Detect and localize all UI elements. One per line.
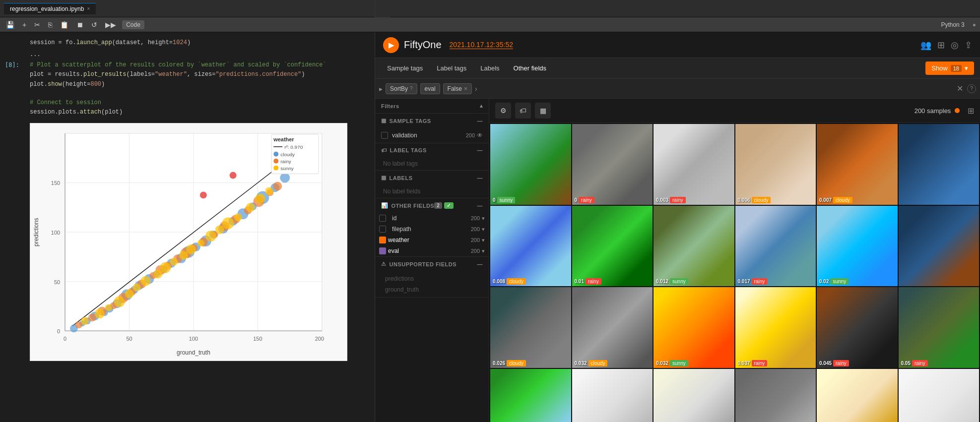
grid-item-6[interactable]: 0.008 cloudy: [490, 206, 571, 287]
nav-label-tags[interactable]: Label tags: [431, 61, 472, 75]
weather-checkbox[interactable]: [379, 237, 386, 243]
other-fields-section: 📊 OTHER FIELDS 2 ✓ — id 200 ▾: [375, 198, 489, 257]
github-icon[interactable]: ◎: [951, 40, 959, 51]
save-btn[interactable]: 💾: [4, 20, 16, 30]
unsupported-header[interactable]: ⚠ UNSUPPORTED FIELDS —: [375, 257, 489, 271]
labels-icon: ▦: [381, 175, 387, 181]
grid-item-3[interactable]: 0.006 cloudy: [735, 124, 816, 205]
eval-field-row[interactable]: eval 200 ▾: [375, 245, 489, 256]
mode-selector[interactable]: Code: [122, 20, 144, 29]
svg-text:weather: weather: [273, 136, 294, 142]
eval-filter[interactable]: eval: [420, 83, 440, 94]
grid-item-15[interactable]: 0.037 rainy: [735, 287, 816, 368]
validation-eye-icon[interactable]: 👁: [477, 132, 483, 139]
grid-item-5[interactable]: [899, 124, 980, 205]
filter-expand-icon[interactable]: ▸: [379, 85, 383, 93]
other-fields-header[interactable]: 📊 OTHER FIELDS 2 ✓ —: [375, 198, 489, 213]
grid-item-19[interactable]: 0.1 cloudy: [572, 369, 653, 422]
labels-section: ▦ LABELS — No label fields: [375, 171, 489, 198]
eval-label: eval: [425, 85, 436, 92]
validation-checkbox[interactable]: [381, 132, 388, 139]
validation-tag-row[interactable]: validation 200 👁: [379, 130, 485, 141]
eval-arrow[interactable]: ▾: [482, 248, 485, 254]
notebook-tab[interactable]: regression_evaluation.ipynb ×: [4, 3, 96, 14]
eval-checkbox[interactable]: [379, 247, 386, 254]
grid-item-14[interactable]: 0.032 sunny: [653, 287, 734, 368]
tag-tool-btn[interactable]: 🏷: [515, 103, 531, 119]
filters-header[interactable]: Filters ▴: [375, 99, 489, 113]
grid-item-2[interactable]: 0.003 rainy: [653, 124, 734, 205]
labels-header[interactable]: ▦ LABELS —: [375, 171, 489, 185]
grid-item-9[interactable]: 0.017 rainy: [735, 206, 816, 287]
copy-btn[interactable]: ⎘: [46, 20, 54, 30]
grid-item-11[interactable]: [899, 206, 980, 287]
grid-layout-icon[interactable]: ⊞: [968, 106, 974, 116]
filepath-checkbox[interactable]: [379, 226, 386, 233]
paste-btn[interactable]: 📋: [58, 20, 70, 30]
grid-item-20[interactable]: 0.107 cloudy: [653, 369, 734, 422]
grid-item-12[interactable]: 0.026 cloudy: [490, 287, 571, 368]
grid-item-1[interactable]: 0 rainy: [572, 124, 653, 205]
plugin-icon[interactable]: ⊞: [937, 40, 945, 51]
svg-point-87: [222, 217, 234, 229]
grid-item-17[interactable]: 0.05 rainy: [899, 287, 980, 368]
grid-item-21[interactable]: 0... su...: [735, 369, 816, 422]
grid-item-10[interactable]: 0.02 sunny: [817, 206, 898, 287]
grid-item-23[interactable]: 0.165: [899, 369, 980, 422]
filter-more-icon[interactable]: ›: [475, 85, 477, 93]
run-btn[interactable]: ▶▶: [103, 20, 118, 30]
restart-btn[interactable]: ↺: [89, 20, 99, 30]
weather-field-row[interactable]: weather 200 ▾: [375, 235, 489, 245]
filepath-arrow[interactable]: ▾: [482, 226, 485, 233]
grid-tool-btn[interactable]: ▦: [535, 103, 551, 119]
fiftyone-panel: ▶ FiftyOne 2021.10.17.12:35:52 👥 ⊞ ◎ ⇪ S…: [375, 32, 980, 422]
python-version: Python 3: [941, 21, 964, 28]
label-tags-section: 🏷 LABEL TAGS — No label tags: [375, 143, 489, 171]
label-tags-header[interactable]: 🏷 LABEL TAGS —: [375, 143, 489, 157]
nav-labels[interactable]: Labels: [474, 61, 505, 75]
tab-close-btn[interactable]: ×: [87, 6, 90, 11]
cut-btn[interactable]: ✂: [32, 20, 42, 30]
grid-item-16[interactable]: 0.045 rainy: [817, 287, 898, 368]
code-line1: plot = results.plot_results(labels="weat…: [30, 70, 370, 79]
grid-item-7[interactable]: 0.01 rainy: [572, 206, 653, 287]
svg-text:100: 100: [51, 230, 60, 236]
false-filter-close[interactable]: ×: [464, 85, 467, 92]
cell-8-prompt: [8]:: [5, 60, 30, 68]
fo-logo-icon: ▶: [383, 37, 399, 53]
grid-item-18[interactable]: 0.089 rainy: [490, 369, 571, 422]
vscode-toolbar: 💾 + ✂ ⎘ 📋 ⏹ ↺ ▶▶ Code Python 3 ●: [0, 17, 980, 32]
stop-btn[interactable]: ⏹: [74, 20, 85, 30]
id-field-name: id: [390, 215, 471, 222]
settings-tool-btn[interactable]: ⚙: [495, 103, 511, 119]
count-dot: [955, 108, 960, 113]
id-checkbox[interactable]: [379, 215, 386, 222]
false-filter[interactable]: False ×: [443, 83, 472, 94]
sample-tags-section: ▦ SAMPLE TAGS — validation 200 👁: [375, 114, 489, 143]
svg-point-83: [186, 244, 196, 254]
weather-arrow[interactable]: ▾: [482, 237, 485, 243]
nav-other-fields[interactable]: Other fields: [508, 61, 552, 75]
validation-tag-name: validation: [392, 132, 466, 139]
filepath-field-row[interactable]: filepath 200 ▾: [375, 224, 489, 235]
svg-text:rainy: rainy: [280, 159, 291, 164]
grid-item-13[interactable]: 0.032 cloudy: [572, 287, 653, 368]
grid-item-8[interactable]: 0.012 sunny: [653, 206, 734, 287]
filter-help-icon[interactable]: ?: [967, 84, 976, 93]
upload-icon[interactable]: ⇪: [965, 40, 972, 51]
show-button[interactable]: Show 18 ▾: [925, 61, 974, 75]
sample-tags-header[interactable]: ▦ SAMPLE TAGS —: [375, 114, 489, 128]
grid-item-0[interactable]: 0 sunny: [490, 124, 571, 205]
grid-item-22[interactable]: 0.131 sunny: [817, 369, 898, 422]
sortby-filter[interactable]: SortBy ?: [386, 83, 417, 94]
id-arrow[interactable]: ▾: [482, 215, 485, 222]
id-field-row[interactable]: id 200 ▾: [375, 213, 489, 224]
svg-text:0: 0: [64, 336, 66, 342]
svg-text:150: 150: [253, 336, 262, 342]
cell-8: [8]: # Plot a scatterplot of the results…: [0, 60, 375, 118]
add-btn[interactable]: +: [20, 20, 28, 30]
close-filter-icon[interactable]: ✕: [957, 84, 963, 93]
grid-item-4[interactable]: 0.007 cloudy: [817, 124, 898, 205]
nav-sample-tags[interactable]: Sample tags: [381, 61, 429, 75]
people-icon[interactable]: 👥: [920, 40, 931, 51]
